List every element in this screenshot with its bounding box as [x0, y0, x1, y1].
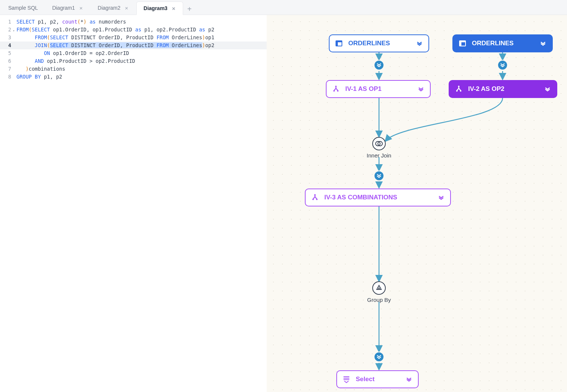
line-number: 4	[8, 42, 11, 48]
chevron-down-icon[interactable]	[417, 85, 425, 93]
group-by-node[interactable]	[372, 281, 386, 295]
editor-line[interactable]: 2▾FROM(SELECT op1.OrderID, op1.ProductID…	[0, 26, 267, 34]
flow-chip[interactable]	[374, 171, 384, 181]
tab-diagram3[interactable]: Diagram3×	[136, 1, 183, 15]
close-icon[interactable]: ×	[79, 5, 84, 11]
node-label: IV-3 AS COMBINATIONS	[324, 194, 397, 201]
tab-label: Diagram1	[52, 5, 75, 11]
svg-point-20	[456, 90, 458, 92]
svg-point-25	[312, 199, 314, 200]
node-orderlines-1[interactable]: ORDERLINES	[329, 34, 429, 52]
node-label: IV-1 AS OP1	[345, 85, 382, 93]
chevron-down-icon[interactable]	[544, 85, 551, 93]
add-tab-button[interactable]: +	[184, 3, 195, 15]
tab-label: Diagram3	[143, 5, 167, 11]
tab-label: Sample SQL	[8, 5, 38, 11]
tab-diagram2[interactable]: Diagram2×	[91, 1, 136, 15]
node-iv1[interactable]: IV-1 AS OP1	[326, 80, 431, 98]
line-number: 8	[8, 74, 11, 80]
editor-line[interactable]: 1SELECT p1, p2, count(*) as numorders	[0, 18, 267, 26]
code-content: FROM(SELECT DISTINCT OrderID, ProductID …	[16, 34, 214, 42]
table-icon	[335, 39, 343, 48]
svg-point-19	[458, 86, 460, 87]
code-content: GROUP BY p1, p2	[16, 73, 62, 81]
editor-line[interactable]: 8GROUP BY p1, p2	[0, 73, 267, 81]
line-number: 1	[8, 19, 11, 25]
code-content: AND op1.ProductID > op2.ProductID	[16, 57, 135, 65]
inner-join-label: Inner Join	[357, 152, 401, 159]
table-icon	[458, 39, 467, 48]
tab-sample-sql[interactable]: Sample SQL	[1, 1, 45, 15]
branch-icon	[311, 193, 319, 202]
tab-label: Diagram2	[98, 5, 121, 11]
code-content: ON op1.OrderID = op2.OrderID	[16, 49, 129, 57]
node-label: ORDERLINES	[348, 40, 390, 47]
code-content: FROM(SELECT op1.OrderID, op1.ProductID a…	[16, 26, 214, 34]
svg-rect-15	[460, 41, 466, 42]
editor-line[interactable]: 6 AND op1.ProductID > op2.ProductID	[0, 57, 267, 65]
node-iv3[interactable]: IV-3 AS COMBINATIONS	[305, 189, 451, 206]
line-number: 6	[8, 58, 11, 64]
svg-point-17	[333, 90, 335, 92]
svg-point-26	[316, 199, 318, 200]
code-content: JOIN(SELECT DISTINCT OrderID, ProductID …	[16, 42, 214, 49]
line-number: 2	[8, 27, 11, 33]
tab-bar: Sample SQL Diagram1× Diagram2× Diagram3×…	[0, 0, 567, 15]
code-content: SELECT p1, p2, count(*) as numorders	[16, 18, 126, 26]
line-number: 7	[8, 66, 11, 72]
line-number: 3	[8, 34, 11, 40]
editor-line[interactable]: 7 )combinations	[0, 65, 267, 73]
node-select[interactable]: Select	[336, 370, 419, 388]
diagram-canvas[interactable]: ORDERLINES ORDERLINES IV-1 AS OP1 IV-2 A…	[267, 15, 567, 392]
svg-point-27	[378, 288, 380, 289]
line-number: 5	[8, 50, 11, 56]
close-icon[interactable]: ×	[171, 5, 176, 12]
svg-point-21	[460, 90, 461, 92]
chevron-down-icon[interactable]	[416, 40, 423, 47]
svg-point-16	[335, 86, 337, 87]
tab-diagram1[interactable]: Diagram1×	[45, 1, 90, 15]
node-label: IV-2 AS OP2	[468, 85, 504, 93]
chevron-down-icon[interactable]	[539, 40, 547, 47]
node-label: Select	[356, 376, 375, 383]
svg-point-18	[337, 90, 339, 92]
select-icon	[342, 375, 351, 383]
flow-chip[interactable]	[374, 352, 384, 362]
close-icon[interactable]: ×	[124, 5, 129, 11]
svg-rect-12	[336, 41, 342, 42]
flow-chip[interactable]	[374, 60, 384, 70]
inner-join-node[interactable]	[372, 137, 386, 150]
node-orderlines-2[interactable]: ORDERLINES	[452, 34, 553, 52]
node-label: ORDERLINES	[472, 40, 513, 47]
editor-line[interactable]: 4 JOIN(SELECT DISTINCT OrderID, ProductI…	[0, 42, 267, 49]
flow-chip[interactable]	[497, 60, 508, 70]
sql-editor[interactable]: 1SELECT p1, p2, count(*) as numorders2▾F…	[0, 15, 267, 392]
group-by-label: Group By	[357, 297, 401, 303]
node-iv2[interactable]: IV-2 AS OP2	[449, 80, 557, 98]
chevron-down-icon[interactable]	[437, 194, 445, 201]
branch-icon	[455, 85, 463, 93]
editor-line[interactable]: 3 FROM(SELECT DISTINCT OrderID, ProductI…	[0, 34, 267, 42]
editor-line[interactable]: 5 ON op1.OrderID = op2.OrderID	[0, 49, 267, 57]
branch-icon	[332, 85, 340, 93]
svg-point-24	[314, 194, 316, 196]
chevron-down-icon[interactable]	[405, 376, 413, 383]
code-content: )combinations	[16, 65, 65, 73]
